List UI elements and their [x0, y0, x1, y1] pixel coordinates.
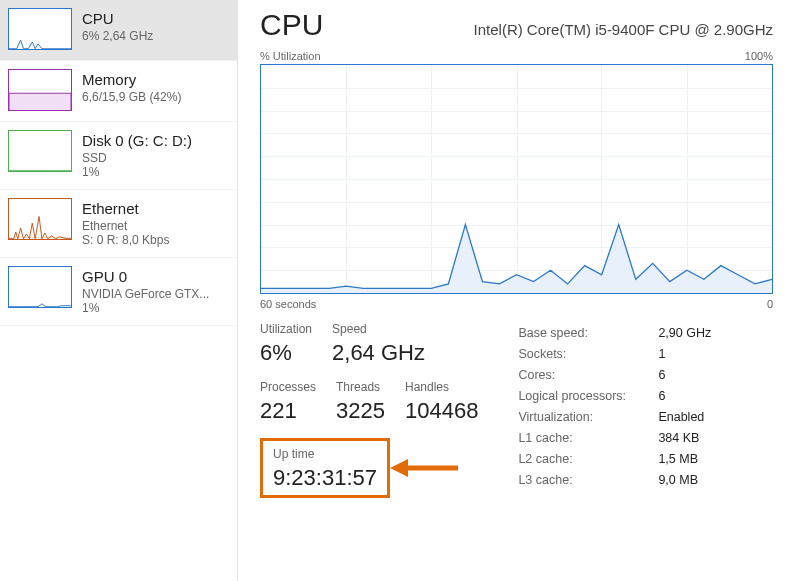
main-panel: CPU Intel(R) Core(TM) i5-9400F CPU @ 2.9…: [238, 0, 795, 581]
stat-handles: Handles 104468: [405, 380, 478, 424]
chart-xleft: 60 seconds: [260, 298, 316, 310]
svg-marker-2: [390, 459, 408, 477]
sidebar-item-title: CPU: [82, 10, 153, 27]
stat-utilization: Utilization 6%: [260, 322, 312, 366]
sidebar-item-sub: Ethernet S: 0 R: 8,0 Kbps: [82, 219, 169, 247]
chart-bottom-labels: 60 seconds 0: [260, 298, 773, 310]
cpu-thumb: [8, 8, 72, 50]
stat-uptime-highlight: Up time 9:23:31:57: [260, 438, 390, 498]
annotation-arrow-icon: [390, 455, 460, 481]
sidebar-item-ethernet[interactable]: Ethernet Ethernet S: 0 R: 8,0 Kbps: [0, 190, 237, 258]
sidebar-item-title: Ethernet: [82, 200, 169, 217]
sidebar-item-gpu[interactable]: GPU 0 NVIDIA GeForce GTX... 1%: [0, 258, 237, 326]
main-header: CPU Intel(R) Core(TM) i5-9400F CPU @ 2.9…: [260, 8, 773, 42]
sidebar-item-title: Memory: [82, 71, 181, 88]
sidebar-item-sub: NVIDIA GeForce GTX... 1%: [82, 287, 209, 315]
sidebar: CPU 6% 2,64 GHz Memory 6,6/15,9 GB (42%)…: [0, 0, 238, 581]
chart-ymax: 100%: [745, 50, 773, 62]
page-title: CPU: [260, 8, 323, 42]
ethernet-thumb: [8, 198, 72, 240]
gpu-thumb: [8, 266, 72, 308]
sidebar-item-memory[interactable]: Memory 6,6/15,9 GB (42%): [0, 61, 237, 122]
sidebar-item-disk[interactable]: Disk 0 (G: C: D:) SSD 1%: [0, 122, 237, 190]
sidebar-item-cpu[interactable]: CPU 6% 2,64 GHz: [0, 0, 237, 61]
svg-rect-0: [9, 93, 71, 110]
stat-speed: Speed 2,64 GHz: [332, 322, 425, 366]
sidebar-item-sub: SSD 1%: [82, 151, 192, 179]
cpu-model: Intel(R) Core(TM) i5-9400F CPU @ 2.90GHz: [474, 21, 773, 38]
stats-area: Utilization 6% Speed 2,64 GHz Processes …: [260, 322, 773, 498]
spec-table: Base speed:2,90 GHz Sockets:1 Cores:6 Lo…: [518, 322, 773, 498]
sidebar-item-title: GPU 0: [82, 268, 209, 285]
stat-threads: Threads 3225: [336, 380, 385, 424]
disk-thumb: [8, 130, 72, 172]
sidebar-item-title: Disk 0 (G: C: D:): [82, 132, 192, 149]
sidebar-item-sub: 6,6/15,9 GB (42%): [82, 90, 181, 104]
stat-processes: Processes 221: [260, 380, 316, 424]
chart-ylabel: % Utilization: [260, 50, 321, 62]
memory-thumb: [8, 69, 72, 111]
chart-xright: 0: [767, 298, 773, 310]
cpu-utilization-chart: [260, 64, 773, 294]
chart-top-labels: % Utilization 100%: [260, 50, 773, 62]
sidebar-item-sub: 6% 2,64 GHz: [82, 29, 153, 43]
